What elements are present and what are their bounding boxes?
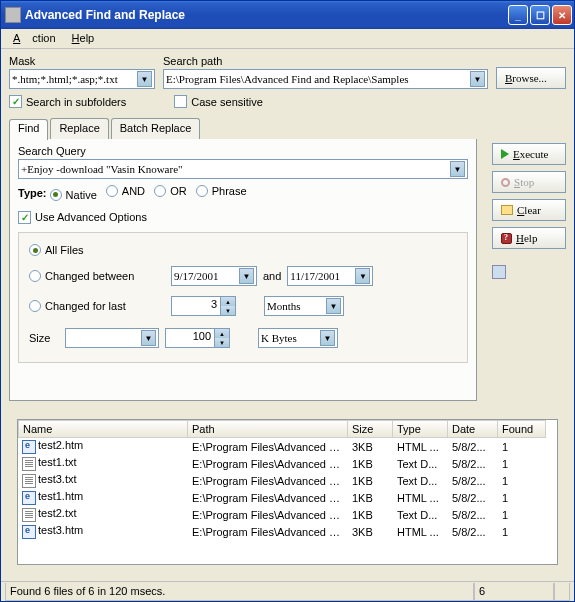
type-or-radio[interactable]: OR bbox=[154, 185, 187, 197]
col-path[interactable]: Path bbox=[188, 420, 348, 438]
table-row[interactable]: test1.htmE:\Program Files\Advanced Find … bbox=[18, 489, 557, 506]
stop-icon bbox=[501, 178, 510, 187]
size-unit-combo[interactable]: K Bytes▼ bbox=[258, 328, 338, 348]
maximize-button[interactable]: ☐ bbox=[530, 5, 550, 25]
menubar: Action Help bbox=[1, 29, 574, 49]
find-tab-panel: Search Query +Enjoy -download "Vasin Kno… bbox=[9, 139, 477, 401]
table-row[interactable]: test2.txtE:\Program Files\Advanced Find … bbox=[18, 506, 557, 523]
checkbox-icon: ✓ bbox=[18, 211, 31, 224]
file-icon bbox=[22, 491, 36, 505]
folder-icon bbox=[501, 205, 513, 215]
status-count: 6 bbox=[474, 583, 554, 601]
tab-replace[interactable]: Replace bbox=[50, 118, 108, 139]
type-native-radio[interactable]: Native bbox=[50, 189, 97, 201]
changed-last-unit-combo[interactable]: Months▼ bbox=[264, 296, 344, 316]
col-type[interactable]: Type bbox=[393, 420, 448, 438]
and-label: and bbox=[263, 270, 281, 282]
search-path-combo[interactable]: E:\Program Files\Advanced Find and Repla… bbox=[163, 69, 488, 89]
chevron-down-icon[interactable]: ▼ bbox=[137, 71, 152, 87]
browse-button[interactable]: Browse... bbox=[496, 67, 566, 89]
tab-batch-replace[interactable]: Batch Replace bbox=[111, 118, 201, 139]
menu-help[interactable]: Help bbox=[66, 31, 101, 46]
help-button[interactable]: Help bbox=[492, 227, 566, 249]
size-spinner[interactable]: 100▲▼ bbox=[165, 328, 230, 348]
subfolders-checkbox[interactable]: ✓ Search in subfolders bbox=[9, 95, 126, 108]
book-icon bbox=[501, 233, 512, 244]
menu-action[interactable]: Action bbox=[7, 31, 62, 46]
statusbar: Found 6 files of 6 in 120 msecs. 6 bbox=[1, 581, 574, 601]
type-and-radio[interactable]: AND bbox=[106, 185, 145, 197]
date-from-combo[interactable]: 9/17/2001▼ bbox=[171, 266, 257, 286]
table-row[interactable]: test2.htmE:\Program Files\Advanced Find … bbox=[18, 438, 557, 455]
chevron-down-icon[interactable]: ▼ bbox=[450, 161, 465, 177]
app-icon bbox=[5, 7, 21, 23]
window-title: Advanced Find and Replace bbox=[25, 8, 508, 22]
tab-find[interactable]: Find bbox=[9, 119, 48, 140]
file-icon bbox=[22, 457, 36, 471]
checkbox-icon bbox=[174, 95, 187, 108]
file-icon bbox=[22, 440, 36, 454]
clear-button[interactable]: Clear bbox=[492, 199, 566, 221]
mask-label: Mask bbox=[9, 55, 155, 67]
all-files-radio[interactable]: All Files bbox=[29, 244, 84, 256]
chevron-down-icon[interactable]: ▼ bbox=[470, 71, 485, 87]
advanced-group: All Files Changed between 9/17/2001▼ and… bbox=[18, 232, 468, 364]
table-row[interactable]: test3.htmE:\Program Files\Advanced Find … bbox=[18, 523, 557, 540]
execute-button[interactable]: Execute bbox=[492, 143, 566, 165]
search-query-combo[interactable]: +Enjoy -download "Vasin Knoware" ▼ bbox=[18, 159, 468, 179]
type-label: Type: bbox=[18, 187, 47, 199]
checkbox-icon: ✓ bbox=[9, 95, 22, 108]
file-icon bbox=[22, 508, 36, 522]
stop-button[interactable]: Stop bbox=[492, 171, 566, 193]
size-label: Size bbox=[29, 332, 59, 344]
status-message: Found 6 files of 6 in 120 msecs. bbox=[5, 583, 474, 601]
list-header: Name Path Size Type Date Found bbox=[18, 420, 557, 438]
main-window: Advanced Find and Replace _ ☐ ✕ Action H… bbox=[0, 0, 575, 602]
results-list[interactable]: Name Path Size Type Date Found test2.htm… bbox=[17, 419, 558, 565]
size-op-combo[interactable]: ▼ bbox=[65, 328, 159, 348]
table-row[interactable]: test1.txtE:\Program Files\Advanced Find … bbox=[18, 455, 557, 472]
search-path-label: Search path bbox=[163, 55, 488, 67]
table-row[interactable]: test3.txtE:\Program Files\Advanced Find … bbox=[18, 472, 557, 489]
play-icon bbox=[501, 149, 509, 159]
changed-between-radio[interactable]: Changed between bbox=[29, 270, 159, 282]
col-size[interactable]: Size bbox=[348, 420, 393, 438]
resize-grip[interactable] bbox=[554, 583, 570, 601]
type-phrase-radio[interactable]: Phrase bbox=[196, 185, 247, 197]
changed-last-spinner[interactable]: 3▲▼ bbox=[171, 296, 236, 316]
col-name[interactable]: Name bbox=[18, 420, 188, 438]
case-sensitive-checkbox[interactable]: Case sensitive bbox=[174, 95, 263, 108]
mask-combo[interactable]: *.htm;*.html;*.asp;*.txt ▼ bbox=[9, 69, 155, 89]
small-tool-icon[interactable] bbox=[492, 265, 506, 279]
file-icon bbox=[22, 525, 36, 539]
date-to-combo[interactable]: 11/17/2001▼ bbox=[287, 266, 373, 286]
minimize-button[interactable]: _ bbox=[508, 5, 528, 25]
col-date[interactable]: Date bbox=[448, 420, 498, 438]
col-found[interactable]: Found bbox=[498, 420, 546, 438]
advanced-options-checkbox[interactable]: ✓ Use Advanced Options bbox=[18, 211, 147, 224]
search-query-label: Search Query bbox=[18, 145, 86, 157]
titlebar[interactable]: Advanced Find and Replace _ ☐ ✕ bbox=[1, 1, 574, 29]
close-button[interactable]: ✕ bbox=[552, 5, 572, 25]
changed-last-radio[interactable]: Changed for last bbox=[29, 300, 159, 312]
file-icon bbox=[22, 474, 36, 488]
